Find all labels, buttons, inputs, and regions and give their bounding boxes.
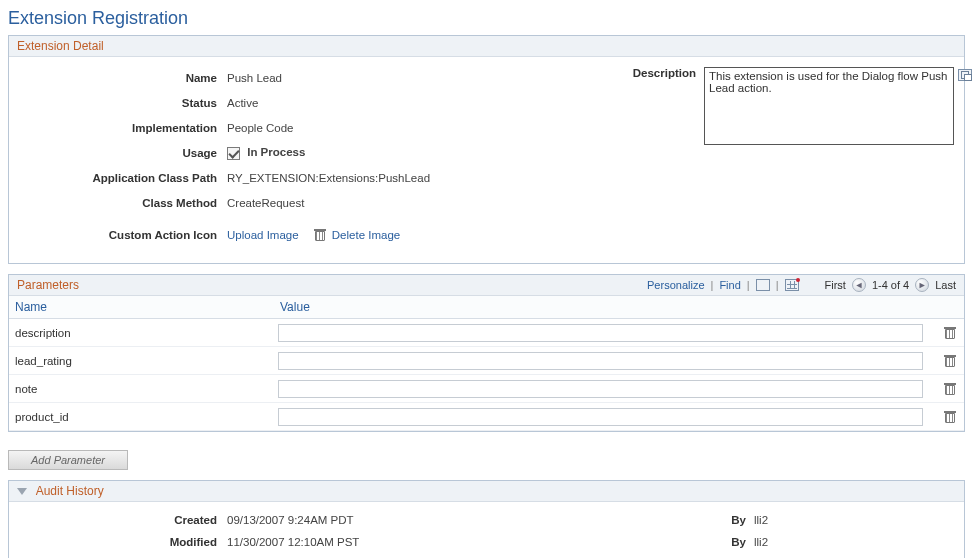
trash-icon: [315, 229, 325, 241]
audit-history-box: Audit History Created 09/13/2007 9:24AM …: [8, 480, 965, 558]
audit-history-title: Audit History: [36, 484, 104, 498]
range-label: 1-4 of 4: [872, 279, 909, 291]
label-app-class-path: Application Class Path: [19, 172, 227, 184]
param-value-input[interactable]: [278, 352, 923, 370]
param-name: lead_rating: [9, 355, 274, 367]
col-header-value[interactable]: Value: [280, 300, 310, 314]
value-created-by: lli2: [754, 514, 954, 526]
add-parameter-button[interactable]: Add Parameter: [8, 450, 128, 470]
label-implementation: Implementation: [19, 122, 227, 134]
value-class-method: CreateRequest: [227, 197, 304, 209]
value-status: Active: [227, 97, 258, 109]
extension-detail-header: Extension Detail: [9, 36, 964, 57]
param-name: note: [9, 383, 274, 395]
param-name: description: [9, 327, 274, 339]
label-class-method: Class Method: [19, 197, 227, 209]
view-all-icon[interactable]: [756, 279, 770, 291]
delete-image-link-wrap[interactable]: Delete Image: [315, 229, 401, 242]
personalize-link[interactable]: Personalize: [647, 279, 704, 291]
label-modified: Modified: [19, 536, 227, 548]
usage-checkbox[interactable]: [227, 147, 240, 160]
table-row: product_id: [9, 403, 964, 431]
parameters-box: Parameters Personalize | Find | | First …: [8, 274, 965, 432]
upload-image-link[interactable]: Upload Image: [227, 229, 299, 241]
label-status: Status: [19, 97, 227, 109]
label-description: Description: [633, 67, 696, 79]
delete-row-icon[interactable]: [945, 327, 955, 339]
collapse-icon[interactable]: [17, 488, 27, 495]
param-value-input[interactable]: [278, 324, 923, 342]
table-row: note: [9, 375, 964, 403]
extension-detail-box: Extension Detail Name Push Lead Status A…: [8, 35, 965, 264]
label-created-by: By: [716, 514, 754, 526]
download-icon[interactable]: [785, 279, 799, 291]
value-created-date: 09/13/2007 9:24AM PDT: [227, 514, 716, 526]
table-row: lead_rating: [9, 347, 964, 375]
value-modified-date: 11/30/2007 12:10AM PST: [227, 536, 716, 548]
col-header-name[interactable]: Name: [15, 300, 47, 314]
last-label: Last: [935, 279, 956, 291]
parameters-toolbar: Personalize | Find | | First ◄ 1-4 of 4 …: [647, 278, 956, 292]
label-usage: Usage: [19, 147, 227, 159]
delete-row-icon[interactable]: [945, 383, 955, 395]
page-title: Extension Registration: [8, 8, 965, 29]
label-modified-by: By: [716, 536, 754, 548]
audit-history-header[interactable]: Audit History: [9, 481, 964, 502]
param-name: product_id: [9, 411, 274, 423]
prev-arrow-icon[interactable]: ◄: [852, 278, 866, 292]
delete-row-icon[interactable]: [945, 355, 955, 367]
delete-row-icon[interactable]: [945, 411, 955, 423]
label-name: Name: [19, 72, 227, 84]
param-rows: descriptionlead_ratingnoteproduct_id: [9, 319, 964, 431]
label-created: Created: [19, 514, 227, 526]
description-textarea[interactable]: [704, 67, 954, 145]
next-arrow-icon[interactable]: ►: [915, 278, 929, 292]
value-modified-by: lli2: [754, 536, 954, 548]
parameters-header: Parameters: [17, 278, 79, 292]
value-name: Push Lead: [227, 72, 282, 84]
first-label: First: [825, 279, 846, 291]
table-row: description: [9, 319, 964, 347]
value-app-class-path: RY_EXTENSION:Extensions:PushLead: [227, 172, 430, 184]
param-value-input[interactable]: [278, 408, 923, 426]
expand-description-icon[interactable]: [958, 69, 972, 81]
value-usage: In Process: [247, 146, 305, 158]
label-custom-icon: Custom Action Icon: [19, 229, 227, 241]
param-value-input[interactable]: [278, 380, 923, 398]
value-implementation: People Code: [227, 122, 294, 134]
find-link[interactable]: Find: [719, 279, 740, 291]
delete-image-link[interactable]: Delete Image: [332, 229, 400, 241]
